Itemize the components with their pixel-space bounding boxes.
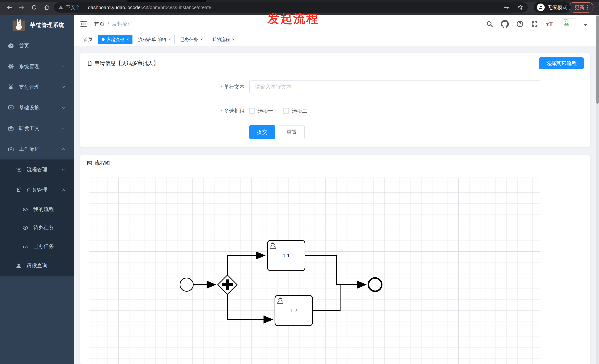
monitor-icon bbox=[8, 105, 14, 111]
briefcase-icon bbox=[8, 146, 14, 152]
checkbox-icon[interactable] bbox=[283, 108, 289, 114]
update-button[interactable]: 更新 bbox=[569, 2, 593, 13]
active-tab-dot bbox=[102, 38, 105, 41]
avatar[interactable] bbox=[562, 18, 576, 32]
breadcrumb-separator: / bbox=[107, 21, 109, 27]
security-label: 不安全 bbox=[66, 4, 80, 11]
dashboard-icon bbox=[8, 43, 14, 49]
browser-active-tab[interactable] bbox=[127, 0, 206, 2]
page-header: 首页 / 发起流程 T bbox=[74, 15, 596, 33]
chevron-down-icon bbox=[61, 85, 66, 90]
font-size-icon[interactable]: T T bbox=[546, 20, 555, 28]
chevron-down-icon bbox=[61, 64, 66, 69]
checkbox-group-label: *多选框组 bbox=[80, 106, 245, 116]
choose-other-process-button[interactable]: 选择其它流程 bbox=[539, 57, 584, 69]
forward-icon[interactable] bbox=[18, 4, 25, 10]
omnibox-divider bbox=[84, 5, 84, 10]
chevron-down-icon bbox=[61, 105, 66, 110]
back-icon[interactable] bbox=[6, 4, 13, 10]
update-label: 更新 bbox=[574, 4, 584, 11]
sidebar-item-home[interactable]: 首页 bbox=[0, 35, 74, 56]
incognito-icon bbox=[537, 3, 545, 11]
bpmn-parallel-gateway bbox=[218, 275, 237, 294]
reset-button[interactable]: 重置 bbox=[279, 125, 305, 139]
flow-diagram-card: 流程图 bbox=[80, 155, 590, 364]
svg-text:1.2: 1.2 bbox=[290, 308, 297, 313]
app-logo-avatar bbox=[13, 19, 25, 31]
breadcrumb: 首页 / 发起流程 bbox=[94, 15, 133, 33]
chevron-down-icon bbox=[61, 126, 66, 131]
github-icon[interactable] bbox=[501, 20, 509, 28]
eye-closed-icon bbox=[22, 243, 28, 249]
card-title: 流程图 bbox=[94, 160, 110, 167]
sidebar-menu: 首页 系统管理 bbox=[0, 35, 74, 276]
tab-my-process[interactable]: 我的流程 × bbox=[209, 35, 238, 44]
tab-done-tasks[interactable]: 已办任务 × bbox=[177, 35, 206, 44]
fullscreen-icon[interactable] bbox=[531, 20, 538, 28]
checkbox-option-2[interactable]: 选项二 bbox=[283, 107, 307, 114]
window-scrollbar[interactable] bbox=[596, 15, 599, 364]
sidebar-item-system[interactable]: 系统管理 bbox=[0, 56, 74, 77]
toolbox-icon bbox=[8, 125, 14, 132]
sidebar: 芋道管理系统 首页 bbox=[0, 15, 74, 364]
sidebar-item-leave-query[interactable]: 请假查询 bbox=[0, 255, 74, 276]
sidebar-collapse-icon[interactable] bbox=[79, 20, 88, 28]
sidebar-item-done-tasks[interactable]: 已办任务 bbox=[0, 237, 74, 255]
incognito-badge: 无痕模式 bbox=[534, 2, 571, 13]
required-asterisk: * bbox=[221, 84, 223, 90]
tab-process-form-edit[interactable]: 流程表单-编辑 × bbox=[135, 35, 175, 44]
application-info-card: 申请信息【测试多审批人】 选择其它流程 *单行文本 *多选框组 选项一 选项二 … bbox=[80, 53, 590, 147]
sidebar-item-task-management[interactable]: 任务管理 bbox=[0, 180, 74, 200]
app-title: 芋道管理系统 bbox=[30, 21, 64, 29]
svg-text:1.1: 1.1 bbox=[283, 253, 290, 258]
sidebar-item-my-process[interactable]: 我的流程 bbox=[0, 200, 74, 219]
app-logo-row[interactable]: 芋道管理系统 bbox=[0, 15, 74, 35]
bpmn-canvas[interactable]: 1.1 1.2 bbox=[89, 178, 540, 364]
help-icon[interactable] bbox=[516, 20, 524, 28]
url-host: dashboard.yudao.iocoder.cn bbox=[88, 5, 148, 10]
sidebar-item-payment[interactable]: 支付管理 bbox=[0, 77, 74, 97]
tab-start-process[interactable]: 发起流程 × bbox=[98, 35, 132, 44]
checkbox-icon[interactable] bbox=[249, 108, 255, 114]
breadcrumb-home[interactable]: 首页 bbox=[94, 20, 105, 27]
close-tab-icon[interactable]: × bbox=[168, 37, 171, 42]
sidebar-item-process-management[interactable]: 流程管理 bbox=[0, 160, 74, 180]
reload-icon[interactable] bbox=[31, 4, 37, 10]
flow-branch-icon bbox=[16, 187, 22, 193]
sidebar-item-todo-tasks[interactable]: 待办任务 bbox=[0, 219, 74, 237]
submit-button[interactable]: 提交 bbox=[249, 125, 275, 139]
home-icon[interactable] bbox=[44, 4, 50, 10]
chevron-down-icon bbox=[61, 167, 66, 172]
annotation-text: 发起流程 bbox=[268, 11, 319, 27]
chevron-up-icon bbox=[61, 187, 66, 192]
close-tab-icon[interactable]: × bbox=[126, 37, 129, 42]
password-key-icon[interactable] bbox=[503, 4, 509, 10]
document-icon bbox=[87, 60, 93, 66]
sidebar-item-workflow[interactable]: 工作流程 bbox=[0, 139, 74, 160]
not-secure-warning-icon bbox=[58, 5, 63, 10]
caret-down-icon[interactable] bbox=[583, 24, 588, 26]
bpmn-user-task-1-2: 1.2 bbox=[275, 295, 313, 326]
picture-icon bbox=[87, 160, 93, 166]
browser-menu-kebab-icon[interactable] bbox=[587, 5, 588, 10]
checkbox-option-1[interactable]: 选项一 bbox=[249, 107, 273, 114]
list-tree-icon bbox=[16, 167, 22, 173]
breadcrumb-current: 发起流程 bbox=[112, 20, 133, 27]
sidebar-item-infrastructure[interactable]: 基础设施 bbox=[0, 97, 74, 118]
svg-text:T: T bbox=[546, 23, 549, 27]
card-title: 申请信息【测试多审批人】 bbox=[94, 60, 159, 67]
bookmark-star-icon[interactable] bbox=[517, 4, 524, 11]
sidebar-item-dev-tools[interactable]: 研发工具 bbox=[0, 118, 74, 139]
single-line-input[interactable] bbox=[249, 80, 541, 93]
close-tab-icon[interactable]: × bbox=[200, 37, 203, 42]
incognito-label: 无痕模式 bbox=[547, 4, 567, 11]
close-tab-icon[interactable]: × bbox=[232, 37, 235, 42]
user-icon bbox=[16, 262, 22, 269]
chevron-up-icon bbox=[61, 147, 66, 152]
checkbox-group: 选项一 选项二 bbox=[249, 106, 307, 116]
tab-home[interactable]: 首页 bbox=[80, 35, 96, 44]
scrollbar-thumb[interactable] bbox=[596, 16, 599, 104]
broken-image-icon bbox=[563, 19, 570, 26]
robot-icon bbox=[22, 206, 28, 212]
search-icon[interactable] bbox=[486, 20, 493, 28]
